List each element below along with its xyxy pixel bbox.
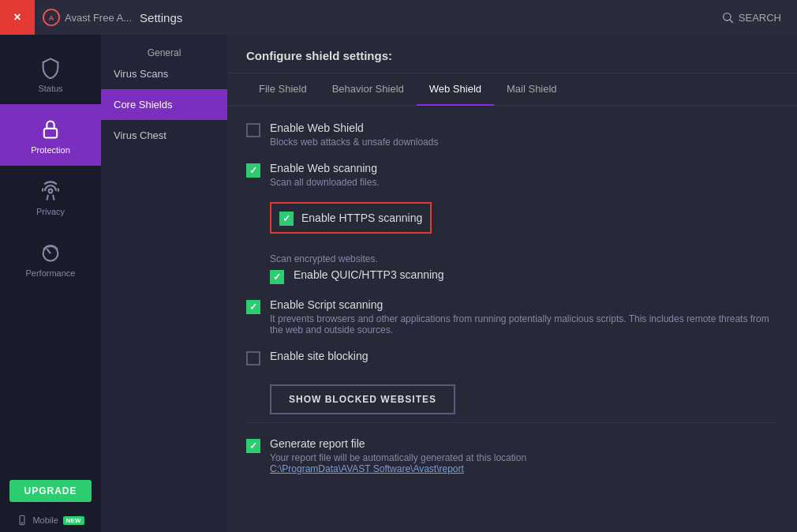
setting-desc: Scan all downloaded files. — [270, 177, 380, 188]
section-header: Configure shield settings: — [227, 35, 797, 73]
svg-text:A: A — [49, 14, 54, 22]
upgrade-button[interactable]: UPGRADE — [9, 480, 91, 502]
tab-mail-shield[interactable]: Mail Shield — [494, 73, 570, 106]
sidebar-item-status[interactable]: Status — [0, 43, 101, 104]
window-title: Settings — [140, 11, 721, 24]
checkbox-box[interactable] — [246, 351, 260, 365]
nav-item-virus-chest[interactable]: Virus Chest — [101, 120, 227, 151]
privacy-label: Privacy — [36, 207, 65, 216]
mobile-item[interactable]: Mobile NEW — [17, 508, 84, 532]
setting-enable-script-scanning: ✓ Enable Script scanning It prevents bro… — [246, 298, 778, 335]
nav-item-virus-scans[interactable]: Virus Scans — [101, 58, 227, 89]
app-name: Avast Free A... — [65, 12, 132, 24]
checkbox-box-checked[interactable]: ✓ — [270, 270, 284, 284]
setting-script-text: Enable Script scanning It prevents brows… — [270, 298, 778, 335]
icon-sidebar: Status Protection Privacy Performance UP… — [0, 35, 101, 532]
avast-logo-icon: A — [43, 9, 60, 26]
search-label: SEARCH — [739, 12, 781, 24]
checkbox-generate-report[interactable]: ✓ — [246, 439, 260, 453]
checkbox-box-checked[interactable]: ✓ — [246, 439, 260, 453]
section-header-title: Configure shield settings: — [246, 49, 392, 62]
checkbox-quic-scanning[interactable]: ✓ — [270, 270, 284, 284]
status-label: Status — [38, 84, 62, 93]
setting-title: Enable Web Shield — [270, 122, 438, 134]
checkbox-enable-web-scanning[interactable]: ✓ — [246, 163, 260, 178]
checkmark-icon: ✓ — [249, 166, 257, 175]
setting-title-https: Enable HTTPS scanning — [301, 212, 422, 224]
setting-title: Enable Script scanning — [270, 298, 778, 311]
mobile-icon — [17, 515, 28, 526]
show-blocked-websites-button[interactable]: SHOW BLOCKED WEBSITES — [270, 384, 455, 414]
setting-enable-https-scanning: ✓ Enable HTTPS scanning — [270, 202, 778, 237]
svg-line-3 — [730, 20, 733, 23]
setting-site-blocking-text: Enable site blocking — [270, 350, 369, 362]
titlebar: × A Avast Free A... Settings SEARCH — [0, 0, 797, 35]
setting-enable-web-scanning: ✓ Enable Web scanning Scan all downloade… — [246, 162, 778, 188]
search-button[interactable]: SEARCH — [721, 11, 797, 24]
tab-behavior-shield[interactable]: Behavior Shield — [320, 73, 417, 106]
sidebar-item-privacy[interactable]: Privacy — [0, 166, 101, 227]
checkbox-script-scanning[interactable]: ✓ — [246, 300, 260, 314]
close-button[interactable]: × — [0, 0, 35, 35]
report-path-link[interactable]: C:\ProgramData\AVAST Software\Avast\repo… — [270, 463, 526, 474]
main-layout: Status Protection Privacy Performance UP… — [0, 35, 797, 532]
nav-sidebar: General Virus Scans Core Shields Virus C… — [101, 35, 227, 532]
checkbox-box-checked[interactable]: ✓ — [246, 163, 260, 178]
setting-enable-web-shield: Enable Web Shield Blocks web attacks & u… — [246, 122, 778, 148]
checkmark-icon: ✓ — [249, 302, 257, 312]
setting-web-scanning-text: Enable Web scanning Scan all downloaded … — [270, 162, 380, 188]
setting-report-text: Generate report file Your report file wi… — [270, 437, 526, 474]
setting-desc: Your report file will be automatically g… — [270, 452, 526, 463]
sidebar-item-protection[interactable]: Protection — [0, 104, 101, 166]
content-area: Configure shield settings: File Shield B… — [227, 35, 797, 532]
shield-icon — [39, 57, 62, 79]
lock-icon — [39, 118, 62, 140]
https-desc: Scan encrypted websites. — [270, 253, 378, 264]
checkbox-https-scanning[interactable]: ✓ — [279, 212, 294, 226]
setting-enable-quic-scanning: ✓ Enable QUIC/HTTP3 scanning — [270, 268, 778, 284]
performance-label: Performance — [26, 268, 76, 278]
setting-desc: It prevents browsers and other applicati… — [270, 313, 778, 335]
tabs-bar: File Shield Behavior Shield Web Shield M… — [227, 73, 797, 106]
setting-title: Enable site blocking — [270, 350, 369, 362]
checkbox-enable-web-shield[interactable] — [246, 123, 260, 137]
divider — [246, 422, 778, 423]
checkmark-icon: ✓ — [273, 272, 281, 282]
new-badge: NEW — [63, 516, 84, 525]
checkmark-icon: ✓ — [249, 441, 257, 451]
protection-label: Protection — [31, 145, 70, 155]
setting-title: Enable Web scanning — [270, 162, 380, 174]
setting-title: Enable QUIC/HTTP3 scanning — [294, 268, 444, 281]
https-scanning-highlight-box: ✓ Enable HTTPS scanning — [270, 202, 432, 234]
close-icon: × — [13, 10, 21, 24]
tab-web-shield[interactable]: Web Shield — [417, 73, 494, 106]
nav-item-core-shields[interactable]: Core Shields — [101, 89, 227, 120]
setting-generate-report: ✓ Generate report file Your report file … — [246, 437, 778, 474]
checkmark-icon: ✓ — [283, 214, 290, 223]
app-logo: A Avast Free A... — [35, 9, 140, 26]
general-nav-label: General — [101, 41, 227, 58]
setting-desc: Blocks web attacks & unsafe downloads — [270, 137, 438, 148]
mobile-label: Mobile — [32, 515, 58, 525]
fingerprint-icon — [39, 180, 62, 202]
settings-scroll: Enable Web Shield Blocks web attacks & u… — [227, 106, 797, 532]
search-icon — [721, 11, 734, 24]
setting-title: Generate report file — [270, 437, 526, 450]
checkbox-box-checked[interactable]: ✓ — [246, 300, 260, 314]
setting-quic-text: Enable QUIC/HTTP3 scanning — [294, 268, 444, 281]
svg-rect-4 — [44, 129, 57, 138]
setting-enable-site-blocking: Enable site blocking — [246, 350, 778, 365]
svg-point-2 — [723, 13, 730, 21]
gauge-icon — [39, 242, 62, 264]
tab-file-shield[interactable]: File Shield — [246, 73, 320, 106]
checkbox-box[interactable] — [246, 123, 260, 137]
checkbox-box-checked[interactable]: ✓ — [279, 212, 294, 226]
setting-enable-web-shield-text: Enable Web Shield Blocks web attacks & u… — [270, 122, 438, 148]
sidebar-item-performance[interactable]: Performance — [0, 227, 101, 289]
checkbox-site-blocking[interactable] — [246, 351, 260, 365]
svg-point-7 — [22, 523, 23, 523]
